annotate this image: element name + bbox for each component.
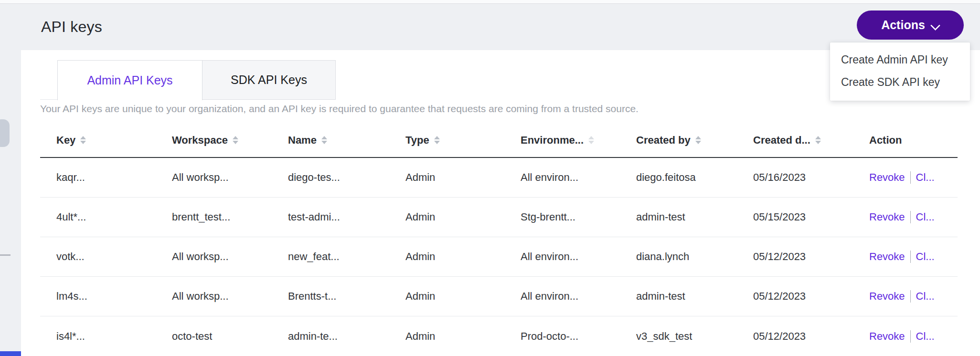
cell-workspace: All worksp... bbox=[156, 290, 272, 303]
cell-name: admin-te... bbox=[272, 330, 389, 343]
sort-icon[interactable] bbox=[80, 136, 86, 144]
cell-created-date: 05/12/2023 bbox=[737, 290, 853, 303]
cell-environment: All environ... bbox=[504, 171, 620, 184]
cell-type: Admin bbox=[389, 171, 504, 184]
column-header-name[interactable]: Name bbox=[272, 134, 389, 147]
tab-sdk-api-keys[interactable]: SDK API Keys bbox=[202, 60, 336, 100]
cell-created-by: diego.feitosa bbox=[620, 171, 737, 184]
cell-name: Brentts-t... bbox=[272, 290, 389, 303]
column-header-workspace[interactable]: Workspace bbox=[156, 134, 272, 147]
table-row: 4ult*... brentt_test... test-admi... Adm… bbox=[40, 198, 958, 237]
cell-type: Admin bbox=[389, 330, 504, 343]
cell-name: diego-tes... bbox=[272, 171, 389, 184]
column-header-created-by[interactable]: Created by bbox=[620, 134, 737, 147]
cell-created-by: v3_sdk_test bbox=[620, 330, 737, 343]
cell-action: RevokeCl... bbox=[853, 290, 941, 303]
page-title: API keys bbox=[41, 18, 102, 36]
sort-icon[interactable] bbox=[233, 136, 238, 144]
cell-key: is4l*... bbox=[40, 330, 156, 343]
cell-workspace: brentt_test... bbox=[156, 211, 272, 223]
cell-environment: Prod-octo-... bbox=[504, 330, 620, 343]
cell-created-by: admin-test bbox=[620, 290, 737, 303]
sidebar-accent-bar bbox=[0, 351, 21, 356]
sort-icon[interactable] bbox=[815, 136, 821, 144]
clone-link[interactable]: Cl... bbox=[916, 211, 935, 223]
column-header-created-date[interactable]: Created d... bbox=[737, 134, 853, 147]
api-keys-table: Key Workspace Name Type Environme... Cre… bbox=[40, 123, 958, 356]
column-header-action: Action bbox=[853, 134, 941, 147]
table-row: votk... All worksp... new_feat... Admin … bbox=[40, 237, 958, 277]
action-divider bbox=[910, 211, 911, 223]
cell-key: kaqr... bbox=[40, 171, 156, 184]
action-divider bbox=[910, 251, 911, 263]
cell-created-by: diana.lynch bbox=[620, 251, 737, 263]
menu-item-create-sdk-api-key[interactable]: Create SDK API key bbox=[830, 71, 970, 94]
clone-link[interactable]: Cl... bbox=[916, 251, 935, 262]
revoke-link[interactable]: Revoke bbox=[869, 171, 905, 183]
cell-created-date: 05/12/2023 bbox=[737, 330, 853, 343]
clone-link[interactable]: Cl... bbox=[916, 171, 935, 183]
clone-link[interactable]: Cl... bbox=[916, 330, 935, 342]
column-header-type[interactable]: Type bbox=[389, 134, 504, 147]
cell-type: Admin bbox=[389, 290, 504, 303]
cell-name: test-admi... bbox=[272, 211, 389, 223]
sort-icon[interactable] bbox=[695, 136, 701, 144]
window-top-edge bbox=[0, 0, 980, 4]
actions-button-label: Actions bbox=[881, 18, 925, 32]
cell-workspace: All worksp... bbox=[156, 251, 272, 263]
cell-action: RevokeCl... bbox=[853, 211, 941, 223]
table-row: is4l*... octo-test admin-te... Admin Pro… bbox=[40, 316, 958, 356]
table-header-row: Key Workspace Name Type Environme... Cre… bbox=[40, 123, 958, 158]
column-header-key[interactable]: Key bbox=[40, 134, 156, 147]
cell-action: RevokeCl... bbox=[853, 251, 941, 263]
cell-key: votk... bbox=[40, 251, 156, 263]
cell-key: lm4s... bbox=[40, 290, 156, 303]
table-row: lm4s... All worksp... Brentts-t... Admin… bbox=[40, 277, 958, 316]
cell-key: 4ult*... bbox=[40, 211, 156, 223]
table-row: kaqr... All worksp... diego-tes... Admin… bbox=[40, 158, 958, 198]
sort-icon[interactable] bbox=[321, 136, 327, 144]
sidebar-resize-handle bbox=[0, 254, 11, 256]
tab-admin-api-keys-label: Admin API Keys bbox=[87, 73, 172, 87]
revoke-link[interactable]: Revoke bbox=[869, 290, 905, 302]
action-divider bbox=[910, 330, 911, 343]
sort-icon[interactable] bbox=[434, 136, 440, 144]
chevron-down-icon bbox=[932, 20, 939, 28]
tab-admin-api-keys[interactable]: Admin API Keys bbox=[57, 60, 202, 100]
cell-type: Admin bbox=[389, 251, 504, 263]
column-header-environment[interactable]: Environme... bbox=[504, 134, 620, 147]
scrollbar-thumb[interactable] bbox=[0, 119, 10, 147]
cell-environment: Stg-brentt... bbox=[504, 211, 620, 223]
cell-workspace: All worksp... bbox=[156, 171, 272, 184]
menu-item-create-admin-api-key[interactable]: Create Admin API key bbox=[830, 49, 970, 71]
revoke-link[interactable]: Revoke bbox=[869, 330, 905, 342]
cell-created-date: 05/15/2023 bbox=[737, 211, 853, 223]
action-divider bbox=[910, 290, 911, 303]
api-keys-description: Your API keys are unique to your organiz… bbox=[40, 103, 639, 115]
tab-sdk-api-keys-label: SDK API Keys bbox=[231, 73, 307, 87]
clone-link[interactable]: Cl... bbox=[916, 290, 935, 302]
revoke-link[interactable]: Revoke bbox=[869, 211, 905, 223]
cell-environment: All environ... bbox=[504, 290, 620, 303]
actions-button[interactable]: Actions bbox=[857, 10, 964, 40]
cell-action: RevokeCl... bbox=[853, 171, 941, 184]
actions-dropdown-menu: Create Admin API key Create SDK API key bbox=[830, 42, 970, 101]
cell-name: new_feat... bbox=[272, 251, 389, 263]
sort-icon[interactable] bbox=[588, 136, 594, 144]
action-divider bbox=[910, 171, 911, 184]
cell-created-by: admin-test bbox=[620, 211, 737, 223]
revoke-link[interactable]: Revoke bbox=[869, 251, 905, 262]
cell-created-date: 05/12/2023 bbox=[737, 251, 853, 263]
cell-workspace: octo-test bbox=[156, 330, 272, 343]
cell-created-date: 05/16/2023 bbox=[737, 171, 853, 184]
cell-action: RevokeCl... bbox=[853, 330, 941, 343]
cell-environment: All environ... bbox=[504, 251, 620, 263]
cell-type: Admin bbox=[389, 211, 504, 223]
tab-underline bbox=[40, 99, 58, 100]
